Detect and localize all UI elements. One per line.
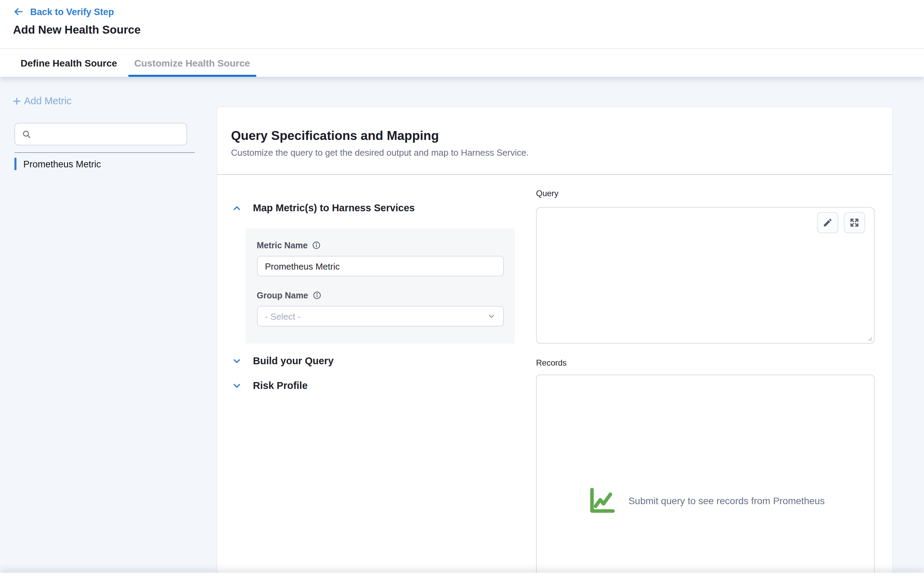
tab-bar: Define Health Source Customize Health So… <box>0 49 924 77</box>
page-header: Back to Verify Step Add New Health Sourc… <box>0 0 924 49</box>
section-toggle-map-metrics[interactable]: Map Metric(s) to Harness Services <box>233 202 415 214</box>
chevron-down-icon <box>233 381 241 390</box>
chevron-down-icon <box>233 356 241 365</box>
group-name-label-row: Group Name <box>257 290 503 300</box>
arrow-left-icon <box>13 6 24 17</box>
panel-divider <box>217 174 893 175</box>
panel-subheading: Customize the query to get the desired o… <box>231 147 529 158</box>
query-specifications-panel: Query Specifications and Mapping Customi… <box>216 106 893 581</box>
query-editor <box>536 207 874 344</box>
group-name-select[interactable]: - Select - <box>257 306 503 326</box>
records-empty-message: Submit query to see records from Prometh… <box>629 495 825 506</box>
back-to-verify-step-link[interactable]: Back to Verify Step <box>13 6 114 17</box>
metric-search-input[interactable] <box>36 123 186 146</box>
add-metric-label: Add Metric <box>24 95 72 106</box>
expand-query-button[interactable] <box>844 212 865 233</box>
metric-name-label: Metric Name <box>257 240 308 250</box>
map-metrics-form-card: Metric Name Group Name - Select - <box>246 228 515 344</box>
info-icon[interactable] <box>312 241 321 250</box>
sidebar-divider <box>15 152 195 153</box>
edit-query-button[interactable] <box>817 212 838 233</box>
query-toolbar <box>817 212 865 233</box>
pencil-icon <box>823 217 833 228</box>
selected-indicator-bar <box>15 158 16 170</box>
tab-label: Customize Health Source <box>134 57 250 68</box>
tab-customize-health-source[interactable]: Customize Health Source <box>128 49 256 77</box>
metric-name-input[interactable] <box>257 256 503 276</box>
query-label: Query <box>536 189 558 198</box>
plus-icon <box>12 96 22 106</box>
section-toggle-build-query[interactable]: Build your Query <box>233 355 333 366</box>
records-panel: Submit query to see records from Prometh… <box>536 374 874 581</box>
screenshot-viewport: Back to Verify Step Add New Health Sourc… <box>0 0 924 581</box>
search-icon <box>22 129 31 139</box>
records-label: Records <box>536 358 566 367</box>
metric-name-label-row: Metric Name <box>257 240 503 250</box>
expand-icon <box>849 217 860 228</box>
info-icon[interactable] <box>312 291 321 300</box>
records-empty-state: Submit query to see records from Prometh… <box>537 485 874 516</box>
metric-search-box <box>15 123 187 146</box>
page: Back to Verify Step Add New Health Sourc… <box>0 0 924 581</box>
section-title: Risk Profile <box>253 380 308 391</box>
back-link-label: Back to Verify Step <box>30 7 114 17</box>
section-title: Map Metric(s) to Harness Services <box>253 202 415 214</box>
group-name-label: Group Name <box>257 290 308 300</box>
add-metric-button[interactable]: Add Metric <box>12 95 72 106</box>
metric-item-label: Prometheus Metric <box>23 159 101 169</box>
metrics-sidebar: Add Metric Prometheus Metric <box>0 77 216 573</box>
section-title: Build your Query <box>253 355 333 366</box>
line-chart-icon <box>586 485 618 516</box>
chevron-up-icon <box>233 204 241 212</box>
tab-define-health-source[interactable]: Define Health Source <box>15 49 124 77</box>
textarea-resize-handle[interactable] <box>865 334 873 342</box>
metric-list-item[interactable]: Prometheus Metric <box>15 158 101 170</box>
page-title: Add New Health Source <box>13 23 140 36</box>
panel-heading: Query Specifications and Mapping <box>231 128 439 143</box>
section-toggle-risk-profile[interactable]: Risk Profile <box>233 380 308 391</box>
tab-label: Define Health Source <box>21 57 117 68</box>
footer-bar <box>0 573 924 581</box>
chevron-down-icon <box>487 312 495 320</box>
group-name-placeholder: - Select - <box>265 311 300 321</box>
